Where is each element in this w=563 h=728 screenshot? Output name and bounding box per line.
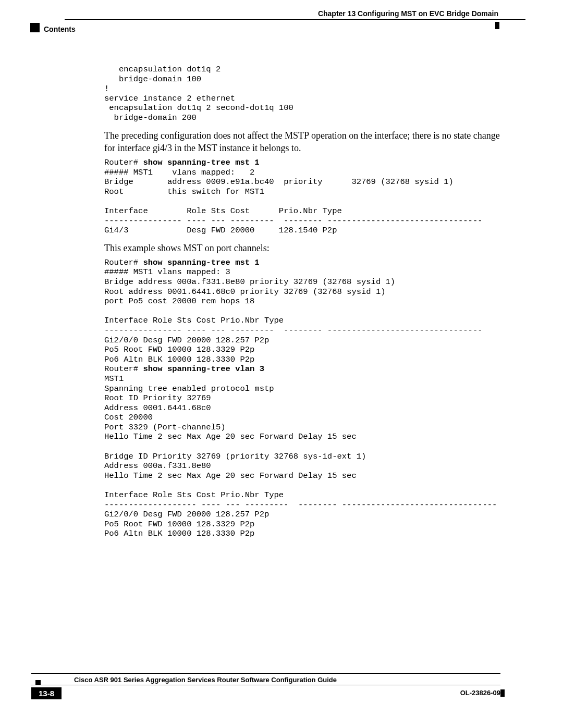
page-footer: Cisco ASR 901 Series Aggregation Service…	[31, 673, 500, 701]
command-text: show spanning-tree mst 1	[143, 258, 259, 267]
contents-label: Contents	[44, 25, 76, 33]
command-text: show spanning-tree mst 1	[143, 158, 259, 167]
router-prompt: Router#	[104, 258, 143, 267]
code-show-mst-1: Router# show spanning-tree mst 1 ##### M…	[104, 158, 511, 236]
paragraph-2: This example shows MST on port channels:	[104, 242, 511, 255]
command-output: ##### MST1 vlans mapped: 3 Bridge addres…	[104, 267, 483, 364]
footer-guide-title: Cisco ASR 901 Series Aggregation Service…	[74, 676, 337, 684]
command-output: MST1 Spanning tree enabled protocol mstp…	[104, 374, 497, 539]
footer-decor-icon	[500, 689, 505, 697]
router-prompt: Router#	[104, 364, 143, 374]
contents-bullet-icon	[30, 23, 40, 32]
page-content: encapsulation dot1q 2 bridge-domain 100 …	[104, 65, 511, 545]
chapter-title: Chapter 13 Configuring MST on EVC Bridge…	[318, 9, 498, 18]
router-prompt: Router#	[104, 158, 143, 167]
command-text: show spanning-tree vlan 3	[143, 364, 264, 374]
command-output: ##### MST1 vlans mapped: 2 Bridge addres…	[104, 168, 483, 236]
code-config-snippet: encapsulation dot1q 2 bridge-domain 100 …	[104, 65, 511, 123]
paragraph-1: The preceding configuration does not aff…	[104, 129, 511, 155]
document-id: OL-23826-09	[460, 689, 500, 697]
page-number: 13-8	[31, 687, 62, 699]
page-header: Chapter 13 Configuring MST on EVC Bridge…	[0, 19, 563, 22]
header-decor-icon	[495, 22, 499, 29]
code-show-mst-portchannels: Router# show spanning-tree mst 1 ##### M…	[104, 258, 511, 539]
